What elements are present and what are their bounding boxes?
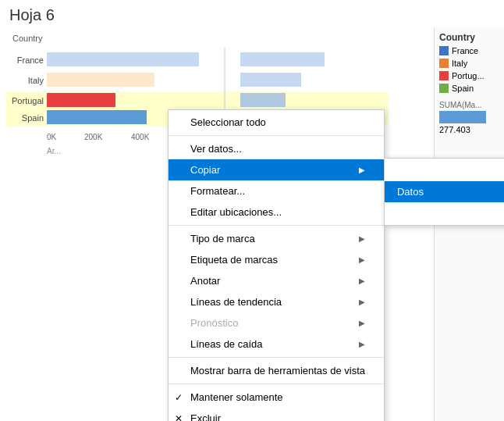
legend-label-3: Spain — [452, 84, 474, 93]
menu-item-select-all[interactable]: Seleccionar todo — [169, 112, 384, 133]
submenu-arrow: ▶ — [359, 166, 365, 174]
legend-bar-label: SUMA(Ma... — [439, 101, 499, 109]
main-container: Hoja 6 Country France Italy Portugal — [0, 0, 504, 421]
submenu-label: Datos — [397, 186, 424, 198]
submenu-label: Tabulación cruzada — [397, 165, 484, 177]
legend-title: Country — [439, 32, 499, 43]
menu-label: Anotar — [190, 275, 220, 287]
submenu-item-data[interactable]: Datos — [385, 181, 504, 202]
submenu-arrow: ▶ — [359, 340, 365, 348]
x-label-200k: 200K — [84, 133, 103, 141]
france-bar1 — [47, 52, 199, 66]
italy-label: Italy — [28, 76, 44, 85]
submenu-item-cross-tab[interactable]: Tabulación cruzada — [385, 160, 504, 181]
bottom-axis-label: Ar... — [47, 147, 61, 155]
spain-bar1 — [47, 110, 147, 124]
menu-item-keep-only[interactable]: ✓Mantener solamente — [169, 387, 384, 408]
legend-items: France Italy Portug... Spain — [439, 46, 499, 93]
copy-submenu: Tabulación cruzadaDatosImagen... — [384, 158, 504, 226]
france-bar2 — [240, 52, 325, 66]
submenu-arrow: ▶ — [359, 298, 365, 306]
x-label-0k: 0K — [47, 133, 57, 141]
x-icon: ✕ — [175, 413, 183, 422]
legend-item: France — [439, 46, 499, 55]
menu-label: Etiqueta de marcas — [190, 254, 278, 266]
legend-item: Italy — [439, 59, 499, 68]
legend-value: 277.403 — [439, 125, 499, 134]
submenu-label: Imagen... — [397, 207, 439, 219]
x-label-400k: 400K — [131, 133, 150, 141]
submenu-arrow: ▶ — [359, 234, 365, 243]
submenu-arrow: ▶ — [359, 255, 365, 264]
legend-bar — [439, 111, 486, 123]
spain-label: Spain — [22, 113, 44, 123]
menu-label: Formatear... — [190, 185, 245, 197]
italy-bar2 — [240, 73, 301, 87]
check-icon: ✓ — [175, 392, 183, 403]
legend-color-1 — [439, 59, 449, 68]
submenu-arrow: ▶ — [359, 277, 365, 285]
legend-bar-section: SUMA(Ma... 277.403 — [439, 101, 499, 134]
menu-separator-15 — [169, 384, 384, 384]
menu-label: Pronóstico — [190, 317, 238, 329]
menu-item-annotate[interactable]: Anotar▶ — [169, 270, 384, 291]
legend-label-1: Italy — [452, 59, 467, 68]
menu-label: Mantener solamente — [190, 391, 283, 403]
menu-label: Tipo de marca — [190, 233, 255, 244]
menu-item-copy[interactable]: Copiar▶Tabulación cruzadaDatosImagen... — [169, 159, 384, 180]
menu-label: Mostrar barra de herramientas de vista — [190, 365, 365, 376]
legend-color-2 — [439, 71, 449, 80]
country-axis-label: Country — [12, 34, 43, 43]
menu-separator-13 — [169, 357, 384, 358]
menu-item-show-toolbar[interactable]: Mostrar barra de herramientas de vista — [169, 360, 384, 381]
menu-item-mark-type[interactable]: Tipo de marca▶ — [169, 228, 384, 249]
italy-bar1 — [47, 73, 154, 87]
menu-label: Copiar — [190, 164, 220, 176]
menu-item-drop-lines[interactable]: Líneas de caída▶ — [169, 334, 384, 355]
menu-item-trend-lines[interactable]: Líneas de tendencia▶ — [169, 291, 384, 312]
legend-label-2: Portug... — [452, 71, 484, 80]
menu-item-forecast[interactable]: Pronóstico▶ — [169, 312, 384, 334]
menu-item-edit-locations[interactable]: Editar ubicaciones... — [169, 202, 384, 223]
sheet-title: Hoja 6 — [0, 0, 504, 27]
submenu-arrow: ▶ — [359, 319, 365, 327]
portugal-bar2 — [240, 93, 286, 107]
menu-item-view-data[interactable]: Ver datos... — [169, 138, 384, 159]
legend-label-0: France — [452, 46, 478, 55]
menu-separator-1 — [169, 135, 384, 136]
menu-item-exclude[interactable]: ✕Excluir — [169, 408, 384, 421]
context-menu: Seleccionar todoVer datos...Copiar▶Tabul… — [168, 109, 385, 421]
legend-color-0 — [439, 46, 449, 55]
legend-item: Portug... — [439, 71, 499, 80]
portugal-label: Portugal — [12, 96, 44, 105]
submenu-item-image[interactable]: Imagen... — [385, 202, 504, 223]
portugal-bar1 — [47, 93, 115, 107]
legend-color-3 — [439, 84, 449, 93]
legend-item: Spain — [439, 84, 499, 93]
menu-label: Editar ubicaciones... — [190, 206, 282, 218]
menu-item-mark-label[interactable]: Etiqueta de marcas▶ — [169, 249, 384, 270]
menu-separator-6 — [169, 225, 384, 226]
france-label: France — [17, 55, 44, 65]
menu-label: Ver datos... — [190, 143, 242, 155]
menu-label: Excluir — [190, 412, 221, 421]
menu-item-format[interactable]: Formatear... — [169, 180, 384, 202]
menu-label: Seleccionar todo — [190, 116, 266, 128]
menu-label: Líneas de tendencia — [190, 296, 282, 308]
menu-label: Líneas de caída — [190, 338, 263, 350]
